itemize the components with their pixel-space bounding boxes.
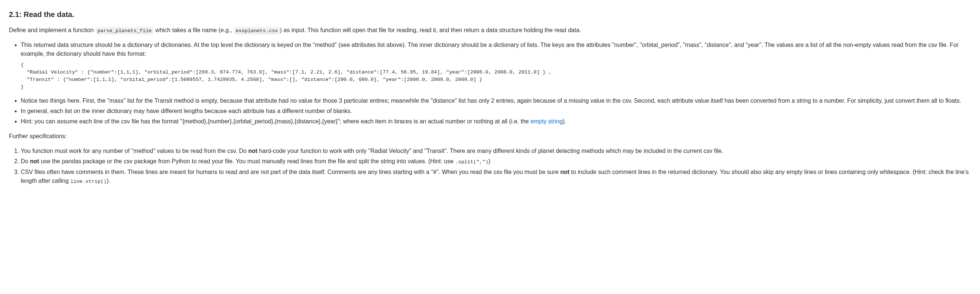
- intro-text-3: ) as input. This function will open that…: [280, 27, 581, 33]
- spec2-bold-not: not: [30, 158, 39, 164]
- spec1-text-1: You function must work for any number of…: [21, 148, 248, 154]
- spec3-text-3: ).: [107, 178, 110, 184]
- bullet-4-text-1: Hint: you can assume each line of the cs…: [21, 118, 530, 125]
- list-item: You function must work for any number of…: [21, 147, 970, 155]
- strip-code: line.strip(): [70, 179, 107, 184]
- spec2-text-1: Do: [21, 158, 30, 164]
- list-item: This returned data structure should be a…: [21, 41, 970, 90]
- filename-code: exoplanets.csv: [234, 27, 280, 34]
- spec1-text-2: hard-code your function to work with onl…: [258, 148, 723, 154]
- intro-text-1: Define and implement a function: [9, 27, 95, 33]
- func-name-code: parse_planets_file: [95, 27, 154, 34]
- bullet-1-text: This returned data structure should be a…: [21, 41, 970, 58]
- list-item: Do not use the pandas package or the csv…: [21, 157, 970, 166]
- example-code-block: { "Radial Velocity" : {"number":[1,1,1],…: [21, 61, 970, 90]
- further-spec-label: Further specifications:: [9, 132, 970, 141]
- section-heading: 2.1: Read the data.: [9, 9, 970, 20]
- list-item: Hint: you can assume each line of the cs…: [21, 117, 970, 126]
- list-item: Notice two things here. First, the "mass…: [21, 96, 970, 105]
- intro-paragraph: Define and implement a function parse_pl…: [9, 26, 970, 35]
- split-code: .split(","): [455, 159, 488, 165]
- bullet-4-text-2: ).: [563, 118, 566, 125]
- bullet-3-text: In general, each list on the inner dicti…: [21, 108, 352, 114]
- spec3-bold-not: not: [560, 169, 570, 175]
- empty-string-link[interactable]: empty string: [530, 118, 563, 125]
- spec1-bold-not: not: [248, 148, 258, 154]
- bullet-2-text: Notice two things here. First, the "mass…: [21, 98, 961, 104]
- description-bullets: This returned data structure should be a…: [9, 41, 970, 126]
- spec2-text-3: ): [488, 158, 490, 164]
- intro-text-2: which takes a file name (e.g.,: [154, 27, 234, 33]
- spec3-text-1: CSV files often have comments in them. T…: [21, 169, 560, 175]
- spec2-text-2: use the pandas package or the csv packag…: [39, 158, 455, 164]
- list-item: In general, each list on the inner dicti…: [21, 107, 970, 115]
- spec-ordered-list: You function must work for any number of…: [9, 147, 970, 185]
- list-item: CSV files often have comments in them. T…: [21, 168, 970, 185]
